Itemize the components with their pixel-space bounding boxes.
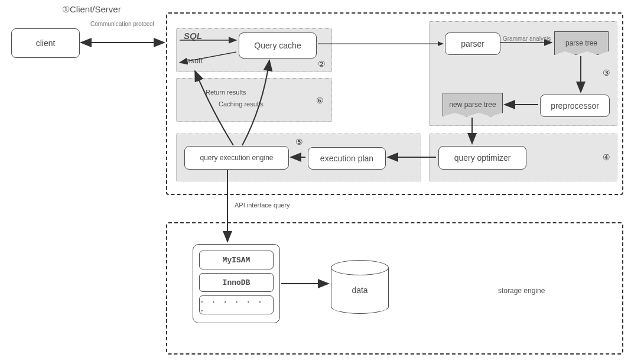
header-label: ①Client/Server — [62, 4, 121, 15]
zone-caching — [176, 78, 332, 122]
num3: ③ — [603, 68, 610, 77]
myisam-row: MyISAM — [199, 251, 274, 269]
header-num: ① — [62, 4, 70, 14]
new-parse-tree-text: new parse tree — [449, 100, 496, 109]
query-optimizer-text: query optimizer — [454, 153, 511, 162]
innodb-row: InnoDB — [199, 273, 274, 292]
parser-text: parser — [461, 39, 484, 48]
num4: ④ — [603, 152, 610, 162]
sql-label: SQL — [184, 31, 202, 41]
parse-tree-doc: parse tree — [554, 31, 609, 55]
data-text: data — [352, 285, 367, 295]
query-optimizer-box: query optimizer — [438, 146, 526, 170]
new-parse-tree-doc: new parse tree — [443, 93, 503, 116]
exec-engine-text: query execution engine — [200, 154, 273, 162]
client-box: client — [11, 28, 80, 58]
more-row: . . . . . . . — [199, 295, 274, 314]
parser-box: parser — [445, 32, 500, 55]
header-title: Client/Server — [70, 4, 121, 14]
caching-results-label: Caching results — [219, 100, 264, 108]
preprocessor-box: preprocessor — [540, 95, 610, 117]
grammar-label: Grammar analysis — [503, 35, 551, 42]
data-cylinder-top — [331, 260, 389, 275]
api-query-label: API interface query — [235, 202, 290, 209]
num6: ⑥ — [316, 96, 324, 105]
storage-engine-label: storage engine — [498, 287, 545, 295]
parse-tree-text: parse tree — [565, 39, 597, 47]
comm-protocol-label: Communication protocol — [90, 21, 154, 27]
diagram-stage: ①Client/Server client Query cache parser… — [0, 0, 631, 364]
exec-engine-box: query execution engine — [184, 146, 289, 170]
execution-plan-text: execution plan — [320, 154, 373, 163]
query-cache-box: Query cache — [239, 32, 317, 58]
client-text: client — [36, 38, 56, 48]
preprocessor-text: preprocessor — [551, 101, 599, 110]
execution-plan-box: execution plan — [308, 147, 386, 170]
return-results-label: Return results — [206, 89, 246, 96]
query-cache-text: Query cache — [254, 41, 301, 50]
result-label: result — [184, 56, 203, 65]
num5: ⑤ — [295, 137, 303, 147]
num2: ② — [318, 59, 326, 69]
